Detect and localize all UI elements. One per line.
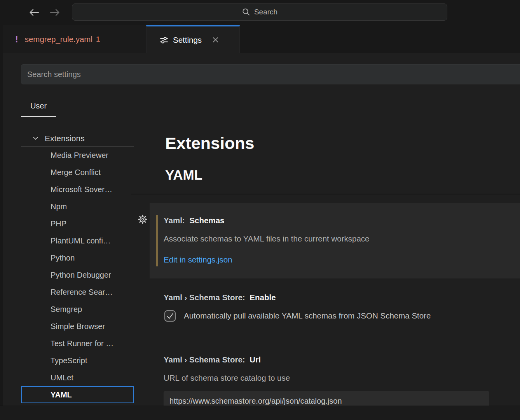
- setting-description: URL of schema store catalog to use: [164, 373, 290, 383]
- toc-item-simple-browser[interactable]: Simple Browser: [21, 318, 134, 335]
- toc-item-python[interactable]: Python: [21, 249, 134, 266]
- header-divider: [131, 194, 520, 194]
- setting-title-schemas: Yaml: Schemas: [164, 215, 224, 226]
- setting-name: Schemas: [189, 216, 224, 225]
- error-exclamation-icon: !: [15, 34, 18, 45]
- toc-item-npm[interactable]: Npm: [21, 198, 134, 215]
- toc-item-reference-search[interactable]: Reference Sear…: [21, 284, 134, 301]
- toc-item-test-runner[interactable]: Test Runner for …: [21, 335, 134, 352]
- toc-item-media-previewer[interactable]: Media Previewer: [21, 147, 134, 164]
- command-center-label: Search: [254, 8, 277, 16]
- modified-indicator: [156, 215, 158, 266]
- settings-sliders-icon: [159, 35, 169, 45]
- bottom-strip: [0, 406, 520, 420]
- search-icon: [242, 8, 250, 16]
- arrow-right-icon: [49, 7, 61, 18]
- arrow-left-icon: [28, 7, 40, 18]
- tab-label: semgrep_rule.yaml: [25, 35, 92, 44]
- page-subtitle: YAML: [165, 166, 202, 184]
- setting-title-schema-store-enable: Yaml › Schema Store: Enable: [164, 292, 276, 303]
- toc-item-python-debugger[interactable]: Python Debugger: [21, 266, 134, 284]
- setting-category: Yaml › Schema Store:: [164, 293, 245, 302]
- editor-left-border: [0, 25, 3, 420]
- vscode-window: Search ! semgrep_rule.yaml 1 Settings: [0, 0, 520, 420]
- chevron-down-icon: [32, 135, 39, 142]
- toc-root-extensions[interactable]: Extensions: [21, 130, 134, 147]
- scope-tab-user[interactable]: User: [21, 94, 56, 117]
- tab-label: Settings: [173, 35, 202, 45]
- setting-name: Enable: [250, 293, 276, 302]
- editor-tab-strip: ! semgrep_rule.yaml 1 Settings: [3, 25, 520, 53]
- title-bar: Search: [0, 0, 520, 25]
- schema-store-enable-checkbox[interactable]: [164, 310, 176, 322]
- setting-category: Yaml › Schema Store:: [164, 355, 245, 364]
- toc-item-microsoft-sover[interactable]: Microsoft Sover…: [21, 181, 134, 198]
- toc-list-divider: [134, 195, 134, 406]
- scope-tab-label: User: [30, 102, 47, 110]
- active-tab-underline: [21, 116, 56, 117]
- settings-search-input[interactable]: [21, 64, 520, 84]
- close-icon[interactable]: [212, 37, 219, 43]
- checkbox-label: Automatically pull available YAML schema…: [184, 311, 431, 321]
- tab-semgrep-rule-yaml[interactable]: ! semgrep_rule.yaml 1: [3, 25, 146, 53]
- settings-editor: User Extensions Media Previewer Merge Co…: [3, 53, 520, 406]
- command-center-search[interactable]: Search: [72, 4, 447, 21]
- settings-toc-tree: Extensions Media Previewer Merge Conflic…: [21, 130, 134, 403]
- setting-description: Associate schemas to YAML files in the c…: [164, 234, 369, 244]
- checkmark-icon: [166, 312, 174, 320]
- toc-item-yaml-selected[interactable]: YAML: [21, 386, 134, 403]
- back-button[interactable]: [28, 7, 41, 18]
- setting-name: Url: [250, 355, 260, 364]
- toc-item-php[interactable]: PHP: [21, 215, 134, 232]
- page-title: Extensions: [165, 134, 254, 152]
- gear-icon[interactable]: [138, 214, 148, 224]
- toc-item-typescript[interactable]: TypeScript: [21, 352, 134, 369]
- toc-item-semgrep[interactable]: Semgrep: [21, 301, 134, 318]
- setting-category: Yaml:: [164, 216, 185, 225]
- forward-button[interactable]: [48, 7, 61, 18]
- edit-in-settings-json-link[interactable]: Edit in settings.json: [164, 255, 232, 265]
- schema-store-url-input[interactable]: [164, 391, 489, 406]
- problems-count-badge: 1: [96, 35, 100, 44]
- toc-item-merge-conflict[interactable]: Merge Conflict: [21, 164, 134, 181]
- toc-item-plantuml[interactable]: PlantUML confi…: [21, 232, 134, 249]
- setting-title-schema-store-url: Yaml › Schema Store: Url: [164, 355, 261, 365]
- tab-settings[interactable]: Settings: [146, 25, 240, 53]
- toc-root-label: Extensions: [45, 134, 85, 143]
- toc-item-umlet[interactable]: UMLet: [21, 369, 134, 386]
